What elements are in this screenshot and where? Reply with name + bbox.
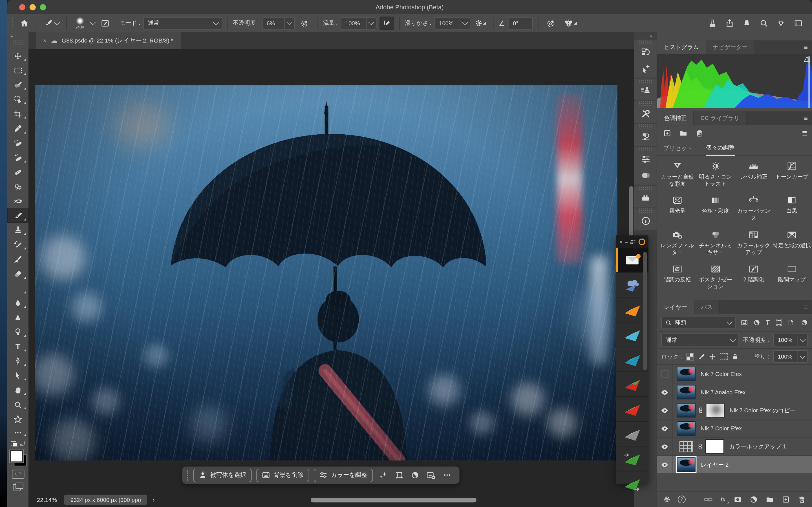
beta-labs-icon[interactable]: [709, 19, 717, 27]
panel-properties[interactable]: [635, 151, 657, 167]
adj-color-balance[interactable]: カラーバランス: [734, 195, 772, 222]
layer-blend-mode-select[interactable]: 通常: [661, 334, 739, 346]
swap-colors-button[interactable]: ⤾: [20, 441, 25, 448]
mask-link-icon[interactable]: [698, 407, 704, 414]
tab-navigator[interactable]: ナビゲーター: [706, 40, 755, 54]
airbrush-toggle-button[interactable]: [379, 16, 394, 30]
tablet-opacity-button[interactable]: [298, 16, 312, 30]
toggle-brush-panel-button[interactable]: [98, 16, 112, 30]
discover-lightbulb-icon[interactable]: [777, 19, 785, 27]
add-adjustment-icon[interactable]: [663, 129, 671, 137]
tool-history-brush[interactable]: [7, 237, 29, 252]
tab-cc-libraries[interactable]: CC ライブラリ: [694, 111, 747, 125]
lock-all-icon[interactable]: [732, 353, 739, 360]
tool-preset-button[interactable]: [43, 16, 61, 30]
adj-photo-filter[interactable]: レンズフィルター: [658, 230, 696, 256]
brush-angle-input[interactable]: 0°: [508, 17, 533, 29]
lock-transparency-icon[interactable]: [686, 353, 694, 360]
taskbar-drag-handle[interactable]: [186, 469, 188, 481]
layer-row[interactable]: Nik 7 Color Efex のコピー: [657, 402, 812, 420]
search-icon[interactable]: [760, 19, 768, 27]
adj-levels[interactable]: レベル補正: [734, 161, 772, 187]
layer-name[interactable]: Nik 7 Analog Efex: [701, 389, 746, 395]
transform-warp-button[interactable]: [394, 471, 405, 479]
mask-link-icon[interactable]: [697, 443, 703, 450]
tool-sharpen[interactable]: [7, 310, 29, 325]
tool-gradient[interactable]: [7, 281, 29, 296]
tab-layers[interactable]: レイヤー: [657, 300, 695, 314]
layer-thumbnail[interactable]: [677, 367, 696, 381]
tool-type[interactable]: T: [7, 339, 29, 354]
layer-name[interactable]: Nik 7 Color Efex: [701, 371, 742, 377]
adj-hue-saturation[interactable]: 色相・彩度: [696, 195, 734, 222]
layer-visibility-toggle[interactable]: [657, 420, 673, 437]
layer-name[interactable]: Nik 7 Color Efex のコピー: [730, 406, 796, 414]
folder-icon[interactable]: [679, 129, 688, 137]
color-lookup-layer-icon[interactable]: [679, 441, 693, 452]
layer-name[interactable]: Nik 7 Color Efex: [701, 425, 742, 432]
tab-paths[interactable]: パス: [695, 300, 720, 314]
adjust-color-button[interactable]: カラーを調整: [314, 468, 373, 482]
tool-healing-brush[interactable]: [7, 165, 29, 179]
remove-background-button[interactable]: 背景を削除: [257, 468, 309, 482]
share-icon[interactable]: [725, 19, 733, 27]
tool-content-aware-move[interactable]: [7, 194, 29, 209]
quick-mask-button[interactable]: [11, 470, 24, 479]
lock-position-icon[interactable]: [709, 353, 716, 360]
adj-gradient-map[interactable]: 階調マップ: [773, 264, 811, 290]
tool-shape-star[interactable]: [7, 412, 29, 427]
tool-move[interactable]: [7, 49, 29, 63]
smoothing-dropdown[interactable]: [460, 17, 470, 29]
layer-thumbnail[interactable]: [677, 403, 696, 417]
help-icon[interactable]: ?: [678, 496, 686, 503]
new-layer-icon[interactable]: [782, 496, 790, 503]
adj-exposure[interactable]: 露光量: [658, 195, 696, 222]
panel-discover[interactable]: [635, 60, 657, 76]
layer-row[interactable]: カラールックアップ 1: [657, 438, 812, 456]
filter-type-layers-icon[interactable]: T: [766, 319, 770, 327]
tool-zoom[interactable]: [7, 397, 29, 412]
document-tab[interactable]: × ☁ G88.psdc @ 22.1% (レイヤー 2, RGB/8) *: [36, 32, 181, 49]
edit-toolbar-button[interactable]: [7, 427, 29, 439]
nik-layout-icon[interactable]: [630, 239, 636, 244]
lock-artboard-icon[interactable]: [720, 353, 728, 360]
list-view-icon[interactable]: ≣: [802, 129, 807, 137]
tool-clone-stamp[interactable]: [7, 223, 29, 238]
adj-color-vibrance[interactable]: カラーと自然な彩度: [658, 161, 696, 187]
histogram-warning-icon[interactable]: [804, 56, 811, 62]
adj-curves[interactable]: トーンカーブ: [773, 161, 811, 187]
layer-row[interactable]: Nik 7 Color Efex: [657, 365, 812, 383]
filter-smart-objects-icon[interactable]: [788, 319, 795, 327]
notifications-bell-icon[interactable]: [743, 19, 751, 27]
tool-spot-healing[interactable]: [7, 151, 29, 165]
layer-mask-thumbnail[interactable]: [706, 403, 724, 417]
nik-plugin-output-sharpener[interactable]: [616, 471, 649, 496]
layer-thumbnail[interactable]: [677, 421, 696, 436]
lock-paint-icon[interactable]: [698, 353, 705, 360]
new-adjustment-layer-icon[interactable]: [750, 496, 758, 503]
tool-path-selection[interactable]: [7, 369, 29, 383]
adj-brightness-contrast[interactable]: 明るさ・コントラスト: [696, 161, 734, 187]
generative-sparkle-button[interactable]: [377, 471, 389, 479]
layer-visibility-toggle[interactable]: [657, 438, 673, 455]
adj-black-white[interactable]: 白黒: [773, 195, 811, 222]
layer-name[interactable]: レイヤー 2: [701, 461, 728, 469]
tool-selection-brush[interactable]: [7, 78, 29, 93]
panel-adjustments[interactable]: [635, 128, 657, 145]
layer-row[interactable]: Nik 7 Analog Efex: [657, 383, 812, 401]
panel-customization[interactable]: [635, 106, 657, 122]
layer-opacity-dropdown[interactable]: [798, 334, 808, 346]
tool-remove[interactable]: [7, 136, 29, 151]
add-mask-icon[interactable]: [734, 496, 742, 503]
tool-dodge[interactable]: [7, 325, 29, 339]
tool-patch[interactable]: [7, 179, 29, 194]
screen-mode-button[interactable]: [13, 483, 23, 490]
layer-visibility-toggle[interactable]: [657, 365, 673, 383]
status-chevron-icon[interactable]: ›: [153, 496, 155, 504]
layer-visibility-toggle[interactable]: [657, 383, 673, 401]
layer-row-selected[interactable]: レイヤー 2: [657, 456, 812, 474]
opacity-input[interactable]: 6%: [262, 17, 295, 29]
blend-mode-select[interactable]: 通常: [143, 17, 222, 29]
trash-icon[interactable]: [696, 129, 703, 137]
panel-plugins[interactable]: [635, 190, 657, 206]
